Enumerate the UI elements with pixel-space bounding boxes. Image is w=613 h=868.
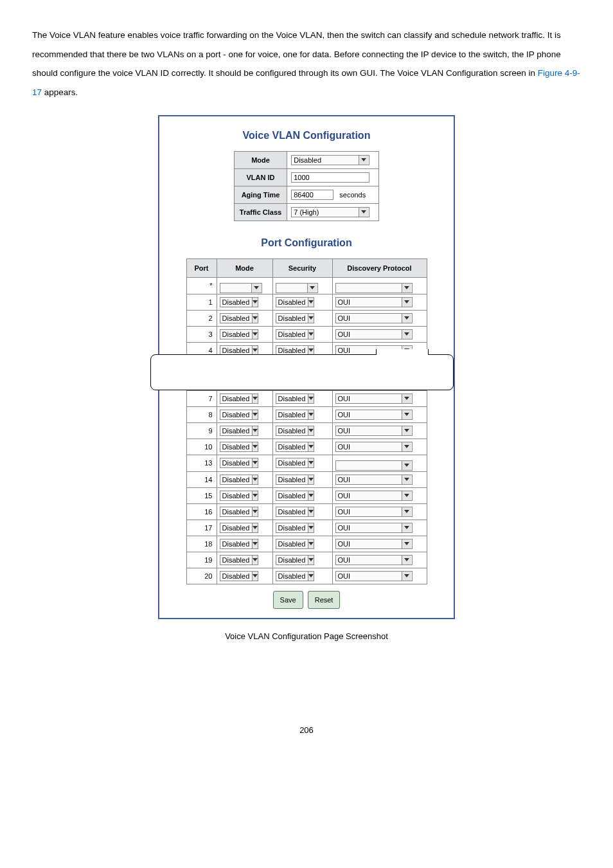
svg-marker-19 — [404, 365, 409, 368]
port-number: 3 — [186, 326, 217, 342]
chevron-down-icon — [402, 314, 411, 323]
mode-value: Disabled — [222, 458, 250, 467]
discovery-value: OUI — [338, 314, 351, 323]
mode-select[interactable]: Disabled — [220, 491, 258, 501]
mode-select[interactable]: Disabled — [220, 361, 258, 372]
discovery-select[interactable]: OUI — [335, 475, 413, 485]
security-select[interactable]: Disabled — [276, 426, 314, 436]
mode-select[interactable]: Disabled — [220, 313, 258, 323]
discovery-select[interactable] — [335, 283, 413, 293]
mode-select[interactable]: Disabled — [220, 458, 258, 468]
svg-marker-54 — [308, 558, 314, 561]
security-select[interactable]: Disabled — [276, 491, 314, 501]
discovery-select[interactable]: OUI — [335, 523, 413, 533]
svg-marker-40 — [404, 478, 409, 481]
discovery-select[interactable]: OUI — [335, 491, 413, 501]
mode-value: Disabled — [222, 394, 250, 403]
discovery-select[interactable]: OUI — [335, 313, 413, 323]
header-port: Port — [186, 258, 217, 277]
chevron-down-icon — [252, 507, 258, 516]
traffic-select[interactable]: 7 (High) — [291, 207, 369, 217]
chevron-down-icon — [252, 491, 258, 500]
chevron-down-icon — [359, 156, 368, 165]
discovery-select[interactable]: OUI — [335, 442, 413, 452]
mode-select[interactable]: Disabled — [220, 571, 258, 581]
security-value: Disabled — [278, 458, 306, 467]
security-select[interactable] — [276, 283, 318, 293]
chevron-down-icon — [252, 556, 258, 565]
mode-value: Disabled — [222, 539, 250, 548]
mode-select[interactable]: Disabled — [220, 475, 258, 485]
mode-select[interactable]: Disabled — [220, 393, 258, 404]
security-select[interactable]: Disabled — [276, 442, 314, 452]
svg-marker-10 — [404, 316, 409, 320]
mode-select[interactable]: Disabled — [220, 297, 258, 307]
discovery-select[interactable]: OUI — [335, 410, 413, 420]
svg-marker-57 — [308, 574, 314, 577]
svg-marker-11 — [253, 332, 258, 336]
discovery-value: OUI — [338, 491, 351, 500]
aging-input[interactable]: 86400 — [291, 190, 333, 200]
security-select[interactable]: Disabled — [276, 555, 314, 565]
chevron-down-icon — [308, 442, 314, 451]
mode-select[interactable]: Disabled — [220, 507, 258, 517]
security-select[interactable]: Disabled — [276, 329, 314, 339]
mode-value: Disabled — [222, 330, 250, 339]
discovery-select[interactable]: OUI — [335, 571, 413, 581]
chevron-down-icon — [402, 378, 411, 387]
mode-select[interactable] — [220, 283, 262, 293]
mode-select[interactable]: Disabled — [220, 329, 258, 339]
chevron-down-icon — [252, 330, 258, 339]
svg-marker-28 — [404, 413, 409, 416]
security-select[interactable]: Disabled — [276, 475, 314, 485]
security-select[interactable]: Disabled — [276, 523, 314, 533]
discovery-select[interactable]: OUI — [335, 361, 413, 372]
mode-select[interactable]: Disabled — [220, 523, 258, 533]
security-select[interactable]: Disabled — [276, 393, 314, 404]
mode-value: Disabled — [222, 491, 250, 500]
mode-select[interactable]: Disabled — [291, 155, 369, 165]
discovery-select[interactable]: OUI — [335, 297, 413, 307]
security-select[interactable]: Disabled — [276, 377, 314, 388]
table-row: 8DisabledDisabledOUI — [186, 406, 427, 422]
discovery-select[interactable]: OUI — [335, 539, 413, 549]
table-row: 15DisabledDisabledOUI — [186, 487, 427, 503]
security-select[interactable]: Disabled — [276, 410, 314, 420]
security-value: Disabled — [278, 330, 306, 339]
chevron-down-icon — [252, 426, 258, 435]
reset-button[interactable]: Reset — [308, 591, 341, 609]
mode-select[interactable]: Disabled — [220, 555, 258, 565]
mode-select[interactable]: Disabled — [220, 377, 258, 388]
security-value: Disabled — [278, 475, 306, 484]
svg-marker-9 — [308, 316, 314, 320]
mode-select[interactable]: Disabled — [220, 426, 258, 436]
discovery-select[interactable]: OUI — [335, 507, 413, 517]
security-select[interactable]: Disabled — [276, 313, 314, 323]
save-button[interactable]: Save — [273, 591, 303, 609]
mode-label: Mode — [234, 151, 287, 168]
vlanid-input[interactable]: 1000 — [291, 172, 369, 183]
security-select[interactable]: Disabled — [276, 507, 314, 517]
security-select[interactable]: Disabled — [276, 361, 314, 372]
discovery-select[interactable]: OUI — [335, 329, 413, 339]
discovery-select[interactable]: OUI — [335, 345, 413, 356]
mode-select[interactable]: Disabled — [220, 539, 258, 549]
security-value: Disabled — [278, 523, 306, 532]
svg-marker-34 — [404, 445, 409, 448]
discovery-select[interactable]: OUI — [335, 377, 413, 388]
discovery-select[interactable] — [335, 460, 413, 471]
mode-select[interactable]: Disabled — [220, 442, 258, 452]
security-select[interactable]: Disabled — [276, 458, 314, 468]
discovery-select[interactable]: OUI — [335, 426, 413, 436]
discovery-select[interactable]: OUI — [335, 393, 413, 404]
security-select[interactable]: Disabled — [276, 297, 314, 307]
port-number: 17 — [186, 520, 217, 536]
security-select[interactable]: Disabled — [276, 571, 314, 581]
discovery-select[interactable]: OUI — [335, 555, 413, 565]
security-select[interactable]: Disabled — [276, 345, 314, 356]
mode-select[interactable]: Disabled — [220, 345, 258, 356]
mode-select[interactable]: Disabled — [220, 410, 258, 420]
discovery-value: OUI — [338, 539, 351, 548]
security-value: Disabled — [278, 491, 306, 500]
security-select[interactable]: Disabled — [276, 539, 314, 549]
